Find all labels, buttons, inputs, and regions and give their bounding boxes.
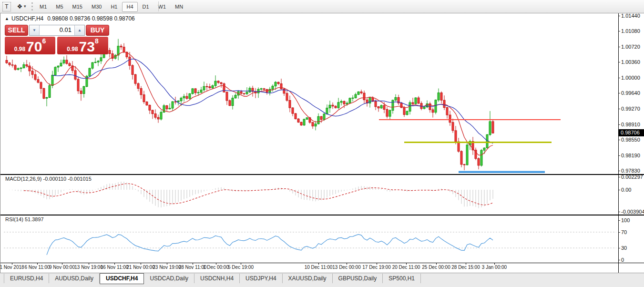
axis-tick bbox=[619, 31, 620, 31]
axis-tick bbox=[619, 177, 620, 177]
axis-separator bbox=[618, 13, 619, 273]
symbol-label: USDCHF,H4 bbox=[11, 15, 43, 22]
axis-tick bbox=[619, 93, 620, 93]
current-price-badge: 0.98706 bbox=[619, 129, 644, 136]
chart-window: ▲USDCHF,H40.98608 0.98736 0.98598 0.9870… bbox=[0, 13, 644, 273]
volume-stepper: ▼ 0.01 ▲ bbox=[29, 25, 85, 36]
volume-input[interactable]: 0.01 bbox=[40, 25, 74, 35]
macd-label: MACD(12,26,9) -0.000110 -0.001015 bbox=[5, 176, 92, 182]
timeframe-button-m15[interactable]: M15 bbox=[68, 2, 87, 12]
rsi-tick-label: 0 bbox=[621, 256, 624, 263]
sell-price-display[interactable]: 0.98 70 6 bbox=[5, 37, 55, 54]
axis-tick bbox=[619, 155, 620, 156]
axis-tick bbox=[619, 171, 620, 171]
axis-tick bbox=[619, 260, 620, 260]
sell-price-big: 70 bbox=[26, 41, 42, 53]
rsi-tick-label: 70 bbox=[621, 229, 627, 236]
timeframe-button-m1[interactable]: M1 bbox=[35, 2, 51, 12]
rsi-indicator-pane[interactable] bbox=[0, 215, 618, 263]
time-tick-label: 5 Dec 19:00 bbox=[222, 265, 260, 270]
timeframe-button-h1[interactable]: H1 bbox=[106, 2, 122, 12]
objects-icon: ❖ bbox=[17, 3, 22, 10]
price-tick-label: 0.99640 bbox=[621, 90, 640, 96]
one-click-trading-panel: SELL ▼ 0.01 ▲ BUY 0.98 70 6 0.98 73 8 bbox=[5, 25, 109, 54]
macd-tick-label: 0.00 bbox=[621, 186, 631, 193]
toolbar: T ❖▾ M1M5M15M30H1H4D1W1MN bbox=[0, 0, 644, 13]
chart-tab-eurusd-h4[interactable]: EURUSD,H4 bbox=[4, 274, 49, 283]
price-tick-label: 1.00360 bbox=[621, 59, 640, 65]
timeframe-button-m30[interactable]: M30 bbox=[87, 2, 106, 12]
price-tick-label: 0.98190 bbox=[621, 152, 640, 159]
pane-divider[interactable] bbox=[0, 174, 644, 175]
rsi-label: RSI(14) 51.3897 bbox=[5, 216, 44, 222]
price-tick-label: 0.98910 bbox=[621, 121, 640, 128]
chart-tab-audusd-daily[interactable]: AUDUSD,Daily bbox=[49, 274, 100, 283]
collapse-arrow-icon[interactable]: ▲ bbox=[5, 16, 9, 21]
price-tick-label: 1.00720 bbox=[621, 43, 640, 50]
toolbar-separator bbox=[158, 1, 159, 11]
timeframe-toolbar: M1M5M15M30H1H4D1W1MN bbox=[35, 2, 188, 12]
axis-tick bbox=[619, 140, 620, 140]
ohlc-values: 0.98608 0.98736 0.98598 0.98706 bbox=[47, 15, 135, 22]
pane-divider[interactable] bbox=[0, 215, 644, 215]
buy-button[interactable]: BUY bbox=[86, 25, 109, 36]
buy-price-display[interactable]: 0.98 73 8 bbox=[57, 37, 108, 54]
chart-tab-usdjpy-h4[interactable]: USDJPY,H4 bbox=[240, 274, 282, 283]
axis-tick bbox=[619, 190, 620, 190]
chart-frame bbox=[0, 13, 0, 273]
buy-price-prefix: 0.98 bbox=[67, 46, 78, 53]
buy-price-pip: 8 bbox=[95, 37, 99, 45]
macd-tick-label: -0.003904 bbox=[621, 208, 644, 215]
price-tick-label: 1.01080 bbox=[621, 28, 640, 34]
rsi-tick-label: 100 bbox=[621, 217, 630, 224]
toolbar-grip[interactable] bbox=[31, 2, 33, 10]
mt4-window: T ❖▾ M1M5M15M30H1H4D1W1MN ▲USDCHF,H40.98… bbox=[0, 0, 644, 287]
macd-indicator-pane[interactable] bbox=[0, 175, 618, 215]
chart-tab-gbpusd-daily[interactable]: GBPUSD,Daily bbox=[333, 274, 383, 283]
chart-tab-bar: EURUSD,H4AUDUSD,DailyUSDCHF,H4USDCAD,Dai… bbox=[0, 273, 644, 287]
chart-title: ▲USDCHF,H40.98608 0.98736 0.98598 0.9870… bbox=[5, 15, 135, 22]
price-tick-label: 0.97830 bbox=[621, 167, 640, 174]
timeframe-button-mn[interactable]: MN bbox=[171, 2, 187, 12]
sell-button[interactable]: SELL bbox=[5, 25, 28, 36]
timeframe-button-h4[interactable]: H4 bbox=[122, 2, 137, 12]
price-axis[interactable]: 1.014401.010801.007201.003601.000000.996… bbox=[619, 13, 644, 273]
volume-decrease-button[interactable]: ▼ bbox=[30, 25, 40, 35]
axis-tick bbox=[619, 47, 620, 47]
axis-tick bbox=[619, 109, 620, 109]
axis-tick bbox=[619, 248, 620, 248]
pane-divider bbox=[0, 263, 644, 263]
volume-increase-button[interactable]: ▲ bbox=[74, 25, 84, 35]
chart-tab-usdcnh-h4[interactable]: USDCNH,H4 bbox=[194, 274, 240, 283]
axis-tick bbox=[619, 124, 620, 125]
time-axis[interactable]: 1 Nov 20186 Nov 11:009 Nov 00:0013 Nov 1… bbox=[0, 263, 618, 273]
axis-tick bbox=[619, 62, 620, 62]
dropdown-caret-icon: ▾ bbox=[24, 4, 26, 9]
chart-tab-usdchf-h4[interactable]: USDCHF,H4 bbox=[100, 273, 144, 284]
time-tick-label: 3 Jan 00:00 bbox=[475, 265, 513, 270]
chart-tab-sp500-h1[interactable]: SP500,H1 bbox=[383, 274, 421, 283]
sell-price-prefix: 0.98 bbox=[14, 46, 25, 53]
chart-tab-usdcad-daily[interactable]: USDCAD,Daily bbox=[144, 274, 194, 283]
timeframe-button-m5[interactable]: M5 bbox=[51, 2, 67, 12]
price-tick-label: 0.99270 bbox=[621, 105, 640, 112]
axis-tick bbox=[619, 78, 620, 78]
axis-tick bbox=[619, 220, 620, 221]
text-tool-button[interactable]: T bbox=[2, 2, 11, 11]
sell-price-pip: 6 bbox=[42, 37, 46, 45]
timeframe-button-d1[interactable]: D1 bbox=[138, 2, 153, 12]
rsi-tick-label: 30 bbox=[621, 245, 627, 251]
timeframe-button-w1[interactable]: W1 bbox=[154, 2, 171, 12]
objects-tool-button[interactable]: ❖▾ bbox=[13, 2, 30, 10]
axis-tick bbox=[619, 212, 620, 212]
price-tick-label: 0.98550 bbox=[621, 136, 640, 143]
price-tick-label: 1.00000 bbox=[621, 74, 640, 81]
axis-tick bbox=[619, 16, 620, 16]
price-tick-label: 1.01440 bbox=[621, 12, 640, 19]
chart-tab-xauusd-daily[interactable]: XAUUSD,Daily bbox=[283, 274, 333, 283]
axis-tick bbox=[619, 232, 620, 233]
buy-price-big: 73 bbox=[79, 41, 95, 53]
